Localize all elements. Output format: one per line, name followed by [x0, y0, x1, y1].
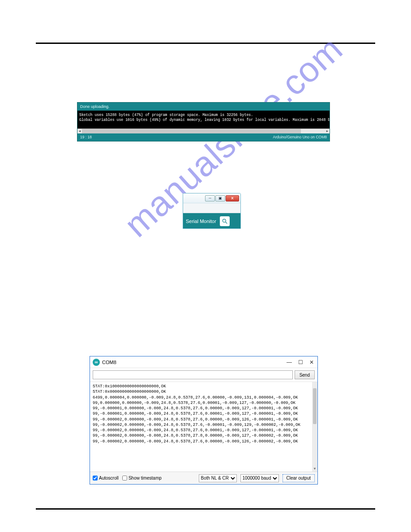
serial-monitor-window: ∞ COM8 — ☐ ✕ Send STAT:0x100000000000000… — [90, 356, 318, 485]
compiler-output: Sketch uses 15288 bytes (47%) of program… — [77, 111, 330, 129]
output-line: 99,-0.000002,0.000000,-0.009,24.8,0.5378… — [93, 422, 300, 427]
scroll-left-icon[interactable]: ◄ — [77, 129, 82, 133]
autoscroll-checkbox[interactable]: Autoscroll — [93, 476, 119, 481]
serial-input[interactable] — [93, 370, 293, 379]
maximize-button[interactable]: ▣ — [215, 195, 225, 202]
svg-line-1 — [226, 222, 227, 223]
page-bottom-rule — [36, 508, 375, 510]
autoscroll-input[interactable] — [93, 476, 98, 481]
horizontal-scrollbar[interactable]: ◄ ► — [77, 129, 330, 133]
timestamp-label: Show timestamp — [128, 476, 162, 481]
timestamp-checkbox[interactable]: Show timestamp — [122, 476, 162, 481]
serial-monitor-label: Serial Monitor — [186, 219, 216, 224]
arduino-logo-icon: ∞ — [93, 359, 100, 366]
board-port-label: Arduino/Genuino Uno on COM8 — [273, 135, 327, 139]
serial-monitor-button[interactable]: Serial Monitor — [183, 213, 240, 229]
window-body-strip — [183, 203, 240, 213]
maximize-icon: ▣ — [218, 196, 222, 200]
serial-footer: Autoscroll Show timestamp Both NL & CR 1… — [90, 472, 317, 484]
output-line: 99,-0.000002,0.000000,-0.008,24.8,0.5378… — [93, 433, 298, 438]
upload-status-bar: Done uploading. — [77, 103, 330, 111]
compiler-line-1: Sketch uses 15288 bytes (47%) of program… — [79, 113, 253, 117]
scroll-right-icon[interactable]: ► — [325, 129, 330, 133]
minimize-button[interactable]: — — [287, 359, 292, 365]
output-line: 99,-0.000001,0.000000,-0.008,24.8,0.5378… — [93, 406, 298, 411]
close-button[interactable]: X — [226, 195, 239, 202]
compiler-line-2: Global variables use 1016 bytes (49%) of… — [79, 118, 330, 122]
arduino-console-panel: Done uploading. Sketch uses 15288 bytes … — [77, 102, 330, 142]
timestamp-input[interactable] — [122, 476, 127, 481]
output-line: 99,-0.000002,0.000000,-0.009,24.8,0.5378… — [93, 439, 298, 444]
output-line: STAT:0x00000000000000000000,OK — [93, 389, 166, 394]
output-line: 99,-0.000001,0.000000,-0.009,24.8,0.5378… — [93, 411, 298, 416]
output-line: 99,-0.000002,0.000006,-0.009,24.8,0.5378… — [93, 428, 298, 433]
close-icon: X — [231, 196, 233, 200]
clear-output-button[interactable]: Clear output — [283, 474, 315, 482]
minimize-icon: ─ — [209, 196, 211, 200]
scroll-thumb[interactable] — [313, 388, 317, 424]
vertical-scrollbar[interactable]: ▲ ▼ — [312, 382, 317, 472]
serial-input-row: Send — [90, 368, 317, 382]
line-ending-select[interactable]: Both NL & CR — [199, 474, 237, 482]
window-titlebar: ─ ▣ X — [183, 193, 240, 203]
serial-output-area: STAT:0x10000000000000000000,OK STAT:0x00… — [90, 382, 317, 472]
window-title: COM8 — [102, 360, 116, 365]
close-button[interactable]: ✕ — [309, 359, 314, 365]
com8-titlebar: ∞ COM8 — ☐ ✕ — [90, 356, 317, 368]
arduino-footer-bar: 19 : 18 Arduino/Genuino Uno on COM8 — [77, 133, 330, 141]
cursor-position: 19 : 18 — [80, 135, 92, 139]
send-button[interactable]: Send — [295, 370, 315, 379]
magnifier-icon — [220, 216, 230, 226]
maximize-button[interactable]: ☐ — [298, 359, 303, 365]
page-top-rule — [36, 43, 375, 44]
output-line: 99,-0.000002,0.000000,-0.009,24.8,0.5378… — [93, 417, 298, 422]
scroll-thumb[interactable] — [82, 129, 301, 133]
scroll-down-icon[interactable]: ▼ — [312, 466, 317, 472]
output-line: 6499,0.000004,0.000000,-0.009,24.8,0.537… — [93, 395, 298, 400]
serial-monitor-corner: ─ ▣ X Serial Monitor — [183, 193, 241, 229]
scroll-track[interactable] — [82, 129, 325, 133]
baud-select[interactable]: 1000000 baud — [240, 474, 279, 482]
output-line: 99,0.000000,0.000000,-0.009,24.8,0.5378,… — [93, 400, 295, 405]
output-line: STAT:0x10000000000000000000,OK — [93, 384, 166, 389]
svg-point-0 — [223, 219, 226, 222]
autoscroll-label: Autoscroll — [99, 476, 119, 481]
minimize-button[interactable]: ─ — [205, 195, 215, 202]
